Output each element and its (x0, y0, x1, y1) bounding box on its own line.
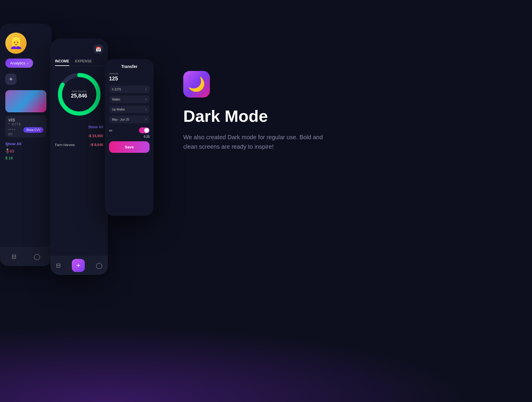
toggle-row: ee (109, 126, 150, 135)
card-gradient (5, 90, 46, 112)
wallet-icon-mid[interactable]: ⊟ (56, 262, 61, 269)
phone-middle: 📅 INCOME EXPENSE Total Income 25,846 Sho… (50, 38, 108, 275)
page-description: We also created Dark mode for regular us… (183, 132, 325, 151)
amount-value: 125 (109, 76, 150, 82)
avatar: 👱‍♀️ (5, 33, 27, 54)
save-button[interactable]: Save (109, 141, 150, 153)
dot-2 (7, 148, 8, 150)
transfer-form: Amount 125 h 3276 › Wallet › Up Wallet ›… (105, 72, 154, 153)
card-date: 07/ (8, 133, 43, 136)
show-all-middle[interactable]: Show All (50, 123, 108, 132)
form-row-1[interactable]: h 3276 › (109, 85, 150, 93)
transfer-header: Transfer (105, 59, 154, 72)
tab-income[interactable]: INCOME (55, 57, 69, 66)
transaction-amount: $ 18 (5, 156, 13, 160)
form-row-2[interactable]: Wallet › (109, 95, 150, 103)
donut-center: Total Income 25,846 (71, 90, 87, 99)
chevron-icon-2: › (145, 97, 147, 101)
tab-expense[interactable]: EXPENSE (75, 57, 92, 66)
donut-chart: Total Income 25,846 (56, 71, 103, 118)
wallet-icon[interactable]: ⊟ (12, 253, 17, 260)
plus-nav-button[interactable]: + (72, 259, 85, 272)
amount-label: Amount (109, 72, 150, 75)
phone-front: Transfer Amount 125 h 3276 › Wallet › Up… (105, 59, 154, 216)
transaction-item: -$ 63 (5, 149, 46, 153)
form-row-4[interactable]: May - Jun 20 › (109, 116, 150, 123)
profile-icon[interactable]: ◯ (34, 253, 40, 260)
dot-3 (7, 152, 8, 154)
right-panel: 🌙 Dark Mode We also created Dark mode fo… (183, 71, 390, 151)
chevron-icon-1: › (145, 87, 147, 91)
toggle-knob (144, 128, 149, 133)
transaction-row-1: -$ 15,000 (50, 132, 108, 140)
card-visa: VIS * 3276 **** Show CVV 07/ (5, 115, 46, 137)
bottom-nav-middle: ⊟ + ◯ (50, 256, 108, 275)
analytics-arrow: › (27, 61, 28, 65)
card-number: * 3276 (8, 122, 43, 126)
chevron-icon-3: › (145, 107, 147, 111)
tab-row: INCOME EXPENSE (55, 57, 103, 66)
page-title: Dark Mode (183, 107, 390, 125)
app-icon: 🌙 (183, 71, 210, 98)
transaction-item: $ 18 (5, 156, 46, 160)
page-dots (7, 145, 8, 154)
fee-row: 0.25 (109, 135, 150, 138)
show-all-link[interactable]: Show All (5, 142, 46, 146)
form-row-3[interactable]: Up Wallet › (109, 106, 150, 113)
chevron-icon-4: › (145, 117, 147, 121)
transaction-row-2: Farm Harvest -$ 9,646 (50, 140, 108, 149)
card-dots: **** (8, 128, 16, 132)
bottom-nav: ⊟ ◯ (0, 247, 52, 266)
add-button[interactable]: + (5, 74, 17, 85)
calendar-icon[interactable]: 📅 (94, 44, 103, 54)
toggle-switch[interactable] (139, 127, 150, 133)
show-cvv-button[interactable]: Show CVV (23, 127, 43, 133)
profile-icon-mid[interactable]: ◯ (96, 262, 102, 269)
transfer-title: Transfer (121, 64, 137, 69)
card-logo: VIS (8, 118, 43, 122)
analytics-label: Analytics (10, 61, 25, 65)
dot-1 (7, 145, 8, 147)
analytics-button[interactable]: Analytics › (5, 59, 33, 68)
middle-header: 📅 (50, 38, 108, 57)
